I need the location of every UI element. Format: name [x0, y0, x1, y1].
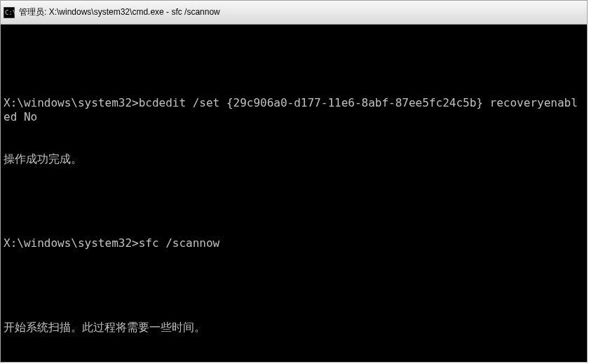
command-sfc: sfc /scannow: [139, 236, 220, 250]
terminal-area[interactable]: X:\windows\system32>bcdedit /set {29c906…: [1, 25, 587, 362]
prompt-2: X:\windows\system32>: [4, 236, 139, 250]
output-success: 操作成功完成。: [4, 152, 584, 166]
svg-text:C:\: C:\: [5, 9, 15, 16]
prompt-1: X:\windows\system32>: [4, 96, 139, 109]
terminal-content: X:\windows\system32>bcdedit /set {29c906…: [4, 26, 584, 362]
window-title: 管理员: X:\windows\system32\cmd.exe - sfc /…: [19, 6, 220, 18]
cmd-window: C:\ 管理员: X:\windows\system32\cmd.exe - s…: [0, 0, 588, 363]
cmd-icon: C:\: [4, 7, 15, 18]
titlebar[interactable]: C:\ 管理员: X:\windows\system32\cmd.exe - s…: [1, 1, 587, 25]
output-scan-start: 开始系统扫描。此过程将需要一些时间。: [4, 321, 584, 335]
